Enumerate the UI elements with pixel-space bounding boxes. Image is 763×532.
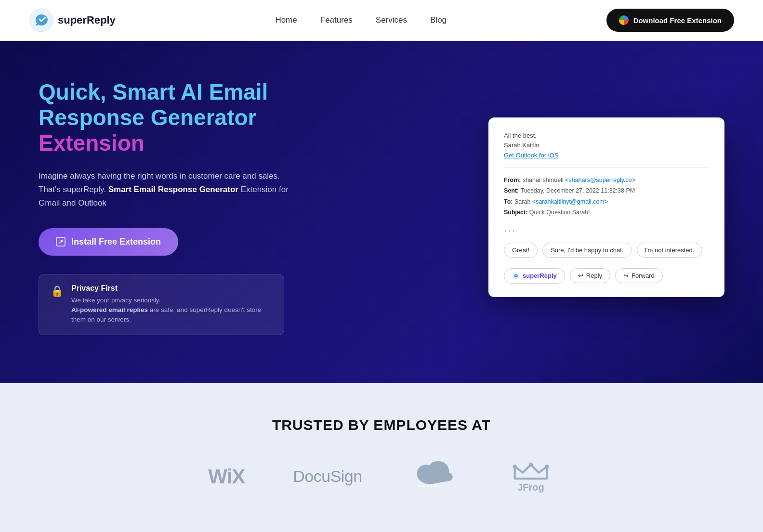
svg-point-5 [529, 462, 533, 466]
forward-icon: ↪ [623, 272, 629, 279]
privacy-text-plain: We take your privacy seriously. [71, 297, 161, 304]
from-label: From: [504, 177, 521, 183]
subject-value: Quick Question Sarah! [529, 209, 590, 216]
quick-replies: Great! Sure, I'd be happy to chat. I'm n… [504, 243, 709, 258]
chrome-icon [619, 15, 629, 25]
superreply-icon [512, 272, 520, 280]
docusign-logo: DocuSign [293, 467, 362, 486]
hero-right: All the best, Sarah Kaitlin Get Outlook … [488, 117, 724, 297]
email-divider [504, 168, 709, 168]
hero-title-line3: Extension [39, 130, 145, 156]
reply-btn-label: Reply [586, 272, 602, 279]
communicate-section: Communicate with confidence [0, 525, 763, 532]
privacy-box: 🔒 Privacy First We take your privacy ser… [39, 274, 284, 335]
reply-icon: ↩ [578, 272, 583, 279]
privacy-title: Privacy First [71, 284, 272, 293]
quick-reply-great[interactable]: Great! [504, 243, 538, 258]
forward-button[interactable]: ↪ Forward [615, 268, 663, 283]
header: superReply Home Features Services Blog D… [0, 0, 763, 41]
svg-point-4 [513, 465, 516, 468]
install-icon: ↗ [56, 237, 66, 247]
hero-title-line1: Quick, Smart AI Email [39, 79, 268, 104]
privacy-text-bold: AI-powered email replies [71, 306, 148, 313]
install-button[interactable]: ↗ Install Free Extension [39, 228, 178, 256]
svg-text:salesforce: salesforce [419, 483, 442, 488]
email-meta: From: shahar shmueli <shahars@superreply… [504, 175, 709, 218]
hero-description: Imagine always having the right words in… [39, 169, 299, 210]
download-button[interactable]: Download Free Extension [606, 9, 734, 32]
download-btn-label: Download Free Extension [633, 16, 722, 25]
wix-logo: WiX [208, 465, 245, 488]
hero-section: Quick, Smart AI Email Response Generator… [0, 41, 763, 383]
logo-text: superReply [58, 14, 116, 26]
docusign-logo-text: DocuSign [293, 467, 362, 486]
hero-desc-bold: Smart Email Response Generator [108, 185, 238, 194]
salesforce-logo: salesforce .sf-cloud-svg text { fill: wh… [410, 461, 459, 492]
email-preview: All the best, Sarah Kaitlin Get Outlook … [488, 117, 724, 297]
privacy-content: Privacy First We take your privacy serio… [71, 284, 272, 325]
salesforce-cloud-icon: salesforce [410, 461, 459, 492]
reply-button[interactable]: ↩ Reply [570, 268, 610, 283]
wix-logo-text: WiX [208, 465, 245, 488]
superreply-btn-label: superReply [523, 272, 557, 279]
from-value: shahar shmueli [523, 177, 564, 183]
logos-row: WiX DocuSign salesforce .sf-cloud-svg te… [29, 457, 734, 496]
quick-reply-notinterested[interactable]: I'm not interested. [637, 243, 703, 258]
nav-services[interactable]: Services [376, 15, 407, 25]
lock-icon: 🔒 [51, 285, 64, 298]
forward-btn-label: Forward [631, 272, 655, 279]
email-signature: All the best, Sarah Kaitlin Get Outlook … [504, 131, 709, 161]
subject-label: Subject: [504, 209, 527, 216]
signature-line2: Sarah Kaitlin [504, 141, 709, 151]
to-value: Sarah [514, 198, 530, 205]
hero-left: Quick, Smart AI Email Response Generator… [39, 79, 299, 335]
nav-features[interactable]: Features [320, 15, 353, 25]
to-email: <sarahkaitlinyt@gmail.com> [532, 198, 608, 205]
signature-line1: All the best, [504, 131, 709, 141]
hero-title: Quick, Smart AI Email Response Generator… [39, 79, 299, 156]
hero-title-line2: Response Generator [39, 105, 256, 130]
to-label: To: [504, 198, 513, 205]
outlook-link[interactable]: Get Outlook for iOS [504, 152, 558, 159]
svg-point-6 [545, 465, 549, 468]
quick-reply-chat[interactable]: Sure, I'd be happy to chat. [542, 243, 631, 258]
from-email: <shahars@superreply.co> [565, 177, 635, 183]
superreply-button[interactable]: superReply [504, 268, 565, 284]
sent-value: Tuesday, December 27, 2022 11:32:38 PM [521, 187, 635, 194]
trusted-title: TRUSTED BY EMPLOYEES AT [29, 417, 734, 433]
nav-home[interactable]: Home [275, 15, 297, 25]
jfrog-logo: JFrog [507, 457, 555, 496]
trusted-section: TRUSTED BY EMPLOYEES AT WiX DocuSign sal… [0, 383, 763, 525]
logo-link[interactable]: superReply [29, 8, 116, 33]
install-btn-label: Install Free Extension [71, 237, 161, 247]
nav-blog[interactable]: Blog [430, 15, 447, 25]
sent-label: Sent: [504, 187, 519, 194]
jfrog-icon: JFrog [507, 457, 555, 496]
privacy-text: We take your privacy seriously. AI-power… [71, 296, 272, 325]
svg-text:JFrog: JFrog [517, 482, 544, 493]
email-dots: ... [504, 223, 709, 234]
logo-icon [29, 8, 54, 33]
action-buttons: superReply ↩ Reply ↪ Forward [504, 268, 709, 284]
main-nav: Home Features Services Blog [275, 15, 447, 25]
svg-marker-3 [514, 465, 547, 479]
